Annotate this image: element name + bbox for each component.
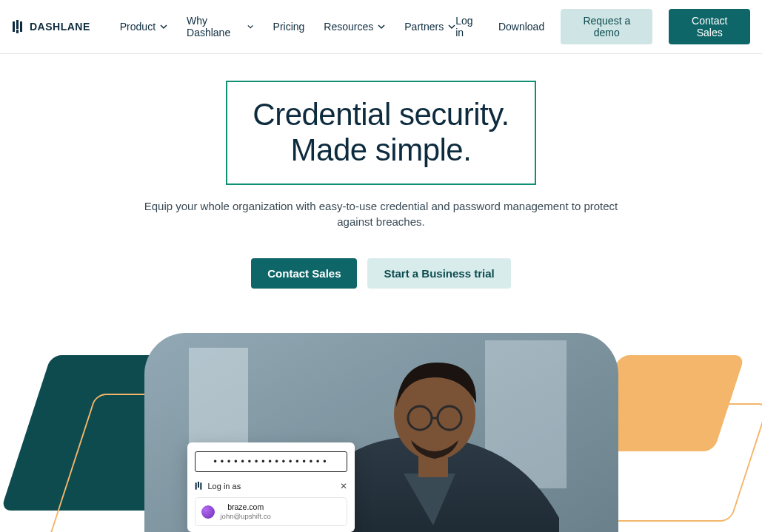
login-as-label: Log in as: [208, 482, 241, 491]
svg-rect-16: [200, 482, 201, 489]
nav-item-label: Pricing: [273, 21, 305, 33]
svg-rect-15: [198, 482, 199, 488]
nav-item-pricing[interactable]: Pricing: [273, 21, 305, 33]
chevron-down-icon: [378, 23, 385, 30]
login-as-row: Log in as ✕: [195, 479, 347, 497]
autofill-overlay-card: ••••••••••••••••• Log in as ✕ braze.com …: [187, 442, 355, 532]
primary-nav: Product Why Dashlane Pricing Resources P…: [120, 15, 455, 38]
close-icon[interactable]: ✕: [340, 481, 347, 491]
hero-start-trial-button[interactable]: Start a Business trial: [367, 258, 510, 289]
account-avatar-icon: [201, 505, 215, 519]
account-email: john@upshift.co: [221, 512, 271, 521]
account-text: braze.com john@upshift.co: [221, 502, 271, 521]
nav-item-label: Resources: [324, 21, 373, 33]
request-demo-button[interactable]: Request a demo: [561, 9, 652, 44]
page-headline: Credential security. Made simple.: [253, 97, 509, 169]
nav-item-product[interactable]: Product: [120, 21, 167, 33]
chevron-down-icon: [247, 23, 253, 30]
autofill-account-option[interactable]: braze.com john@upshift.co: [195, 497, 347, 526]
nav-item-why-dashlane[interactable]: Why Dashlane: [187, 15, 254, 38]
headline-line-2: Made simple.: [291, 132, 472, 167]
login-link[interactable]: Log in: [455, 15, 482, 38]
dashlane-logo-icon: [12, 20, 25, 33]
nav-item-label: Partners: [404, 21, 444, 33]
account-domain: braze.com: [221, 502, 271, 512]
svg-rect-0: [13, 21, 15, 32]
hero-contact-sales-button[interactable]: Contact Sales: [251, 258, 357, 289]
contact-sales-button[interactable]: Contact Sales: [669, 9, 750, 44]
download-link[interactable]: Download: [498, 21, 544, 33]
nav-right: Log in Download Request a demo Contact S…: [455, 9, 750, 44]
svg-rect-3: [20, 21, 22, 32]
top-nav: DASHLANE Product Why Dashlane Pricing Re…: [0, 0, 762, 54]
chevron-down-icon: [160, 23, 167, 30]
nav-item-label: Product: [120, 21, 156, 33]
hero: Credential security. Made simple. Equip …: [0, 54, 762, 532]
headline-line-1: Credential security.: [253, 97, 509, 132]
headline-frame: Credential security. Made simple.: [226, 81, 535, 185]
brand-name: DASHLANE: [30, 21, 90, 33]
hero-cta-row: Contact Sales Start a Business trial: [15, 258, 747, 289]
svg-rect-2: [16, 30, 19, 33]
hero-art: ••••••••••••••••• Log in as ✕ braze.com …: [19, 333, 744, 532]
dashlane-mini-icon: [195, 482, 204, 491]
password-field[interactable]: •••••••••••••••••: [195, 451, 347, 472]
chevron-down-icon: [448, 23, 455, 30]
nav-item-label: Why Dashlane: [187, 15, 243, 38]
svg-rect-1: [16, 20, 19, 29]
brand-logo[interactable]: DASHLANE: [12, 20, 90, 33]
nav-item-resources[interactable]: Resources: [324, 21, 385, 33]
nav-item-partners[interactable]: Partners: [404, 21, 455, 33]
svg-rect-14: [195, 482, 196, 489]
hero-subtitle: Equip your whole organization with easy-…: [144, 198, 618, 231]
